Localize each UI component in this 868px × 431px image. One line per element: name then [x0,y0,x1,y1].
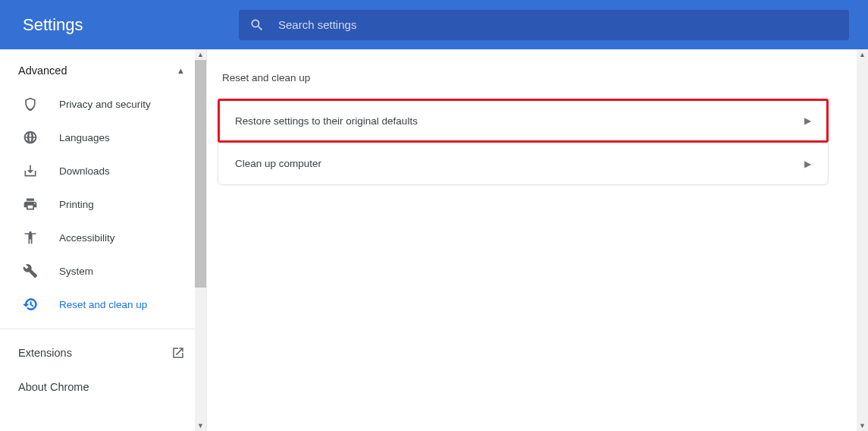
sidebar-item-about[interactable]: About Chrome [0,370,206,404]
sidebar-item-label: Languages [59,132,110,143]
scroll-up-icon[interactable]: ▲ [197,49,204,60]
search-icon [249,17,265,33]
accessibility-icon [23,230,38,245]
section-title: Reset and clean up [207,72,829,99]
sidebar-item-label: Reset and clean up [59,299,147,310]
scrollbar-thumb[interactable] [195,60,206,288]
globe-icon [23,130,38,145]
sidebar-item-printing[interactable]: Printing [0,189,206,219]
printer-icon [23,197,38,212]
scroll-down-icon[interactable]: ▼ [859,420,866,431]
sidebar-item-system[interactable]: System [0,256,206,286]
page-title: Settings [23,15,239,35]
sidebar-section-label: Advanced [18,64,67,77]
sidebar-divider [0,329,196,329]
main-scrollbar[interactable]: ▲ ▼ [857,49,868,431]
shield-icon [23,96,38,112]
sidebar-item-label: Extensions [18,347,72,359]
row-cleanup-computer[interactable]: Clean up computer ▶ [218,142,828,184]
settings-card: Restore settings to their original defau… [218,99,829,185]
sidebar-scrollbar[interactable]: ▲ ▼ [195,49,206,431]
scroll-up-icon[interactable]: ▲ [859,49,866,60]
sidebar-item-extensions[interactable]: Extensions [0,335,206,370]
sidebar-item-accessibility[interactable]: Accessibility [0,222,206,253]
sidebar-item-downloads[interactable]: Downloads [0,156,206,186]
row-restore-defaults[interactable]: Restore settings to their original defau… [218,99,828,142]
row-label: Clean up computer [235,158,321,169]
sidebar-item-label: System [59,266,93,277]
download-icon [23,163,38,178]
chevron-up-icon: ▲ [177,66,185,75]
sidebar-item-label: About Chrome [18,381,89,393]
sidebar: Advanced ▲ Privacy and security Language… [0,49,207,431]
main-content: Reset and clean up Restore settings to t… [207,49,868,431]
app-header: Settings [0,0,868,49]
sidebar-item-reset[interactable]: Reset and clean up [0,289,206,319]
sidebar-item-label: Downloads [59,165,110,177]
chevron-right-icon: ▶ [804,159,811,169]
search-input[interactable] [278,18,838,31]
open-external-icon [171,346,185,360]
sidebar-item-privacy[interactable]: Privacy and security [0,89,206,119]
scroll-down-icon[interactable]: ▼ [197,420,204,431]
chevron-right-icon: ▶ [804,115,811,126]
sidebar-item-label: Privacy and security [59,99,151,110]
sidebar-section-advanced[interactable]: Advanced ▲ [0,55,206,86]
wrench-icon [23,263,38,278]
row-label: Restore settings to their original defau… [235,115,418,127]
sidebar-item-label: Accessibility [59,232,115,244]
sidebar-item-label: Printing [59,199,94,210]
search-field[interactable] [239,10,849,40]
sidebar-item-languages[interactable]: Languages [0,122,206,153]
history-icon [23,297,38,312]
